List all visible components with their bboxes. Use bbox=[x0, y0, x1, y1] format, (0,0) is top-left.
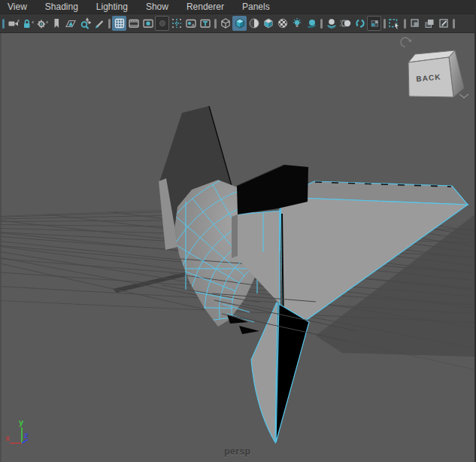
screen-space-ao-button[interactable] bbox=[324, 16, 338, 31]
pane-layout-a-button[interactable] bbox=[408, 16, 422, 31]
isolate-select-icon bbox=[388, 17, 401, 30]
toolbar-grip bbox=[450, 16, 456, 31]
wireframe-cube-icon bbox=[220, 17, 232, 29]
toolbar-grip bbox=[381, 16, 387, 31]
anti-aliasing-icon bbox=[354, 17, 366, 29]
pan-zoom-icon bbox=[79, 17, 91, 29]
orbit-arrow-icon bbox=[401, 38, 410, 47]
safe-action-icon bbox=[185, 17, 197, 29]
lock-camera-button[interactable] bbox=[20, 16, 35, 31]
pane-layout-pen-icon bbox=[438, 17, 450, 29]
shaded-textured-button[interactable] bbox=[247, 16, 261, 31]
panel-toolbar bbox=[0, 14, 474, 33]
camera-gear-icon bbox=[36, 17, 48, 29]
camera-icon bbox=[8, 17, 20, 29]
film-gate-button[interactable] bbox=[126, 16, 141, 31]
camera-attributes-button[interactable] bbox=[35, 16, 49, 31]
half-shaded-sphere-icon bbox=[248, 17, 260, 29]
anti-aliasing-button[interactable] bbox=[353, 16, 367, 31]
exposure-gamma-button[interactable] bbox=[367, 16, 381, 31]
exposure-icon bbox=[368, 17, 380, 29]
wireframe-display-button[interactable] bbox=[218, 16, 232, 31]
panel-menu-bar: View Shading Lighting Show Renderer Pane… bbox=[0, 0, 474, 14]
view-cube-chevron-icon[interactable] bbox=[459, 94, 468, 98]
pane-layout-c-button[interactable] bbox=[436, 16, 450, 31]
toolbar-grip bbox=[212, 16, 218, 31]
camera-name-label: persp bbox=[224, 446, 250, 457]
grid-toggle-button[interactable] bbox=[112, 16, 126, 31]
menu-renderer[interactable]: Renderer bbox=[177, 0, 233, 14]
pan-zoom-2d-button[interactable] bbox=[77, 16, 92, 31]
image-plane-button[interactable] bbox=[63, 16, 77, 31]
shaded-cube-icon bbox=[234, 17, 246, 29]
axis-triad: y x z bbox=[5, 418, 29, 443]
motion-blur-icon bbox=[340, 17, 352, 29]
z-axis-line bbox=[22, 439, 28, 443]
y-axis-label: y bbox=[19, 418, 24, 427]
lights-toggle-button[interactable] bbox=[290, 16, 304, 31]
use-all-lights-button[interactable] bbox=[275, 16, 290, 31]
bookmark-icon bbox=[50, 17, 62, 29]
light-bulb-icon bbox=[291, 17, 303, 29]
grease-pencil-button[interactable] bbox=[92, 16, 106, 31]
z-axis-label: z bbox=[24, 430, 29, 439]
toolbar-grip bbox=[0, 16, 6, 31]
field-chart-button[interactable] bbox=[169, 16, 183, 31]
image-plane-icon bbox=[65, 17, 77, 29]
scene-canvas[interactable]: BACK y x z bbox=[0, 33, 476, 462]
maya-viewport-panel: View Shading Lighting Show Renderer Pane… bbox=[0, 0, 476, 462]
ssao-icon bbox=[326, 17, 338, 29]
view-cube[interactable]: BACK bbox=[401, 38, 468, 98]
pane-layout-a-icon bbox=[409, 17, 421, 29]
resolution-gate-icon bbox=[142, 17, 154, 29]
x-axis-label: x bbox=[5, 433, 11, 442]
shadows-icon bbox=[305, 17, 317, 29]
menu-panels[interactable]: Panels bbox=[233, 0, 279, 14]
perspective-viewport[interactable]: BACK y x z persp bbox=[0, 33, 476, 462]
resolution-gate-button[interactable] bbox=[141, 16, 155, 31]
toolbar-grip bbox=[318, 16, 324, 31]
safe-action-button[interactable] bbox=[183, 16, 198, 31]
toolbar-grip bbox=[402, 16, 408, 31]
menu-shading[interactable]: Shading bbox=[36, 0, 87, 14]
bookmark-view-button[interactable] bbox=[49, 16, 63, 31]
gate-mask-button[interactable] bbox=[155, 16, 169, 31]
menu-show[interactable]: Show bbox=[137, 0, 177, 14]
grease-pencil-icon bbox=[93, 17, 105, 29]
pane-layout-b-icon bbox=[423, 17, 435, 29]
safe-title-button[interactable] bbox=[198, 16, 212, 31]
safe-title-icon bbox=[199, 17, 211, 29]
textured-cube-icon bbox=[262, 17, 274, 29]
checker-sphere-icon bbox=[277, 17, 289, 29]
film-gate-icon bbox=[128, 17, 140, 29]
motion-blur-button[interactable] bbox=[338, 16, 353, 31]
shadows-toggle-button[interactable] bbox=[304, 16, 318, 31]
menu-view[interactable]: View bbox=[0, 0, 36, 14]
isolate-select-button[interactable] bbox=[387, 16, 402, 31]
menu-lighting[interactable]: Lighting bbox=[87, 0, 137, 14]
camera-lock-icon bbox=[22, 17, 34, 29]
pane-layout-b-button[interactable] bbox=[422, 16, 436, 31]
toolbar-grip bbox=[106, 16, 112, 31]
field-chart-icon bbox=[171, 17, 183, 29]
textured-display-button[interactable] bbox=[261, 16, 275, 31]
select-camera-button[interactable] bbox=[6, 16, 20, 31]
smooth-shaded-button[interactable] bbox=[232, 16, 247, 31]
gate-mask-icon bbox=[156, 17, 168, 29]
grid-icon bbox=[114, 17, 126, 29]
